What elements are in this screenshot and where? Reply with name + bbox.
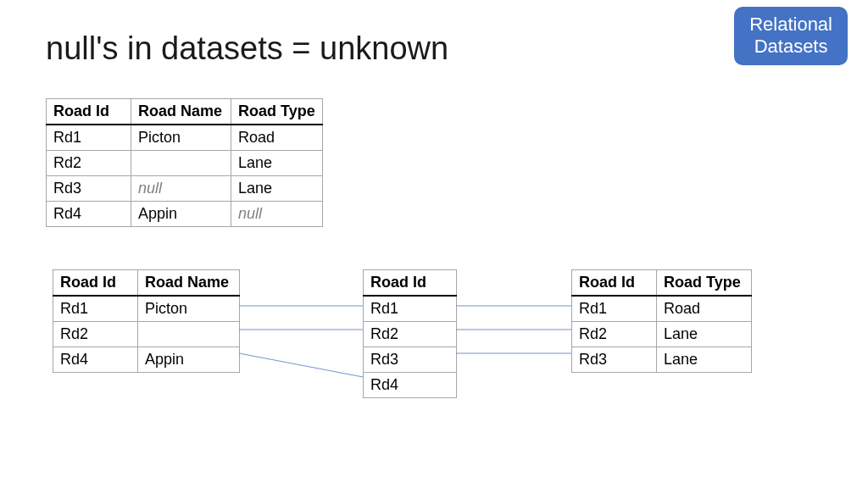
cell: Lane bbox=[657, 322, 752, 347]
col-road-type: Road Type bbox=[231, 99, 323, 125]
table-row: Rd1 bbox=[364, 296, 457, 322]
table-row: Rd3 bbox=[364, 347, 457, 373]
col-road-id: Road Id bbox=[47, 99, 131, 125]
table-head-row: Road Id Road Type bbox=[572, 270, 752, 297]
table-mid: Road Id Rd1 Rd2 Rd3 Rd4 bbox=[363, 269, 457, 398]
cell: Appin bbox=[138, 347, 240, 373]
table-head-row: Road Id Road Name Road Type bbox=[47, 99, 323, 125]
table-row: Rd4 Appin bbox=[53, 347, 240, 373]
table-right: Road Id Road Type Rd1 Road Rd2 Lane Rd3 … bbox=[571, 269, 752, 373]
cell: Rd4 bbox=[364, 373, 457, 398]
col-road-id: Road Id bbox=[572, 270, 657, 297]
cell-null: null bbox=[131, 176, 231, 202]
table-row: Rd1 Road bbox=[572, 296, 752, 322]
cell: Road bbox=[657, 296, 752, 322]
cell: Rd2 bbox=[47, 151, 131, 176]
table-row: Rd3 Lane bbox=[572, 347, 752, 373]
table-head-row: Road Id bbox=[364, 270, 457, 297]
cell: Rd1 bbox=[364, 296, 457, 322]
cell: Picton bbox=[138, 296, 240, 322]
cell: Rd4 bbox=[47, 202, 131, 227]
table-head-row: Road Id Road Name bbox=[53, 270, 240, 297]
table-row: Rd3 null Lane bbox=[47, 176, 323, 202]
cell bbox=[131, 151, 231, 176]
table-row: Rd4 Appin null bbox=[47, 202, 323, 227]
cell: Rd2 bbox=[572, 322, 657, 347]
cell: Rd3 bbox=[364, 347, 457, 373]
badge-line1: Relational bbox=[749, 14, 832, 35]
cell-null: null bbox=[231, 202, 323, 227]
cell: Rd3 bbox=[572, 347, 657, 373]
cell: Rd2 bbox=[364, 322, 457, 347]
table-main: Road Id Road Name Road Type Rd1 Picton R… bbox=[46, 98, 323, 227]
table-row: Rd2 bbox=[53, 322, 240, 347]
cell: Appin bbox=[131, 202, 231, 227]
cell: Rd1 bbox=[53, 296, 138, 322]
cell: Lane bbox=[231, 151, 323, 176]
cell: Road bbox=[231, 125, 323, 151]
topic-badge: Relational Datasets bbox=[734, 7, 848, 65]
cell: Rd1 bbox=[572, 296, 657, 322]
table-left: Road Id Road Name Rd1 Picton Rd2 Rd4 App… bbox=[53, 269, 240, 373]
col-road-name: Road Name bbox=[131, 99, 231, 125]
cell: Rd2 bbox=[53, 322, 138, 347]
badge-line2: Datasets bbox=[754, 36, 828, 57]
table-row: Rd4 bbox=[364, 373, 457, 398]
cell: Rd4 bbox=[53, 347, 138, 373]
cell: Lane bbox=[657, 347, 752, 373]
slide-title: null's in datasets = unknown bbox=[46, 30, 448, 67]
col-road-name: Road Name bbox=[138, 270, 240, 297]
cell bbox=[138, 322, 240, 347]
col-road-id: Road Id bbox=[53, 270, 138, 297]
col-road-type: Road Type bbox=[657, 270, 752, 297]
table-row: Rd2 Lane bbox=[47, 151, 323, 176]
table-row: Rd2 Lane bbox=[572, 322, 752, 347]
svg-line-2 bbox=[239, 353, 363, 377]
cell: Rd3 bbox=[47, 176, 131, 202]
connectors bbox=[0, 0, 868, 488]
table-row: Rd1 Picton Road bbox=[47, 125, 323, 151]
table-row: Rd1 Picton bbox=[53, 296, 240, 322]
col-road-id: Road Id bbox=[364, 270, 457, 297]
cell: Picton bbox=[131, 125, 231, 151]
cell: Rd1 bbox=[47, 125, 131, 151]
table-row: Rd2 bbox=[364, 322, 457, 347]
cell: Lane bbox=[231, 176, 323, 202]
